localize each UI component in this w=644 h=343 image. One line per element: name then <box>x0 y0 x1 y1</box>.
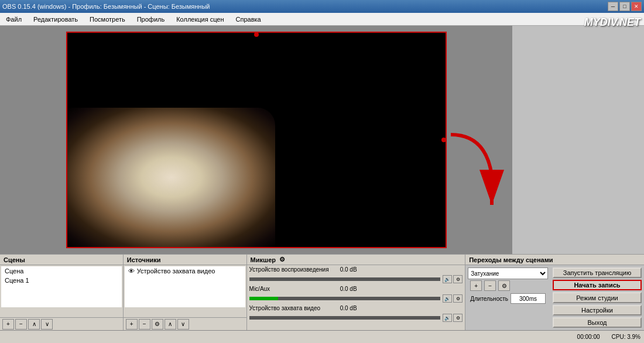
transitions-panel: Переходы между сценами Затухание + − ⚙ <box>465 255 644 330</box>
mixer-mute-1[interactable]: 🔊 <box>443 294 452 303</box>
source-label-0: Устройство захвата видео <box>137 267 215 275</box>
mixer-mute-2[interactable]: 🔊 <box>443 314 452 322</box>
main-content <box>0 26 644 254</box>
title-bar: OBS 0.15.4 (windows) - Профиль: Безымянн… <box>0 0 644 13</box>
menu-file[interactable]: Файл <box>2 15 25 24</box>
transitions-remove-button[interactable]: − <box>484 280 496 291</box>
mixer-controls-0: 🔊 ⚙ <box>443 275 463 283</box>
menu-help[interactable]: Справка <box>232 15 265 24</box>
mixer-track-1: Mic/Aux 0.0 dB <box>247 284 465 293</box>
menu-bar: Файл Редактировать Посмотреть Профиль Ко… <box>0 13 644 26</box>
mixer-mute-0[interactable]: 🔊 <box>443 275 452 283</box>
right-panel <box>512 26 644 254</box>
scenes-list: Сцена Сцена 1 <box>1 266 122 307</box>
mixer-label-1: Mic/Aux <box>249 286 331 292</box>
mixer-controls-2: 🔊 ⚙ <box>443 314 463 322</box>
scenes-add-button[interactable]: + <box>2 319 14 330</box>
preview-area <box>0 26 512 254</box>
scenes-panel-title: Сцены <box>4 256 25 263</box>
status-time: 00:00:00 <box>577 334 600 340</box>
sources-down-button[interactable]: ∨ <box>177 319 189 330</box>
mixer-db-2: 0.0 dB <box>334 305 357 311</box>
mixer-fill-1 <box>249 297 278 300</box>
preview-canvas <box>66 32 447 248</box>
preview-handle-top[interactable] <box>254 32 259 37</box>
minimize-button[interactable]: ─ <box>608 2 618 11</box>
mixer-db-1: 0.0 dB <box>334 286 357 292</box>
mixer-track-0: Устройство воспроизведения 0.0 dB <box>247 265 465 274</box>
sources-up-button[interactable]: ∧ <box>165 319 176 330</box>
exit-button[interactable]: Выход <box>553 317 642 328</box>
duration-label: Длительность <box>470 296 508 302</box>
transitions-controls: Затухание + − ⚙ Длительность <box>465 265 550 330</box>
scenes-toolbar: + − ∧ ∨ <box>0 317 123 330</box>
mixer-panel-content: Устройство воспроизведения 0.0 dB 🔊 ⚙ Mi… <box>247 265 465 330</box>
transitions-panel-title: Переходы между сценами <box>469 256 553 263</box>
action-buttons-area: Запустить трансляцию Начать запись Режим… <box>550 265 644 330</box>
menu-scene-collection[interactable]: Коллекция сцен <box>173 15 227 24</box>
sources-list: 👁 Устройство захвата видео <box>125 266 245 307</box>
title-bar-controls: ─ □ ✕ <box>608 2 642 11</box>
mixer-label-2: Устройство захвата видео <box>249 305 331 311</box>
mixer-gear-2[interactable]: ⚙ <box>453 314 463 322</box>
transitions-config-button[interactable]: ⚙ <box>498 280 510 291</box>
sources-add-button[interactable]: + <box>126 319 138 330</box>
status-bar: 00:00:00 CPU: 3.9% <box>0 330 644 343</box>
preview-handle-right[interactable] <box>441 138 446 142</box>
transitions-add-row: + − ⚙ <box>468 279 548 292</box>
sources-remove-button[interactable]: − <box>139 319 150 330</box>
close-button[interactable]: ✕ <box>631 2 642 11</box>
start-stream-button[interactable]: Запустить трансляцию <box>553 267 642 278</box>
mixer-track-2-bar: 🔊 ⚙ <box>247 313 465 323</box>
source-eye-icon: 👁 <box>128 267 135 275</box>
sources-settings-button[interactable]: ⚙ <box>152 319 163 330</box>
scenes-panel: Сцены Сцена Сцена 1 + − ∧ ∨ <box>0 255 124 330</box>
scenes-remove-button[interactable]: − <box>15 319 27 330</box>
scene-item-0[interactable]: Сцена <box>1 266 122 276</box>
mixer-panel-title: Микшер <box>251 256 276 263</box>
scenes-panel-header: Сцены <box>0 255 123 265</box>
mixer-track-2: Устройство захвата видео 0.0 dB <box>247 304 465 313</box>
sources-panel-header: Источники <box>124 255 246 265</box>
menu-view[interactable]: Посмотреть <box>86 15 129 24</box>
bottom-section: Сцены Сцена Сцена 1 + − ∧ ∨ Источники <box>0 254 644 330</box>
maximize-button[interactable]: □ <box>619 2 630 11</box>
menu-edit[interactable]: Редактировать <box>30 15 81 24</box>
settings-button[interactable]: Настройки <box>553 305 642 315</box>
mixer-gear-1[interactable]: ⚙ <box>453 294 463 303</box>
scenes-down-button[interactable]: ∨ <box>41 319 53 330</box>
sources-panel-title: Источники <box>127 256 161 263</box>
mixer-bar-1 <box>249 297 441 300</box>
mixer-gear-0[interactable]: ⚙ <box>453 275 463 283</box>
start-record-button[interactable]: Начать запись <box>553 280 642 290</box>
duration-row: Длительность <box>468 292 548 305</box>
mixer-track-1-bar: 🔊 ⚙ <box>247 293 465 304</box>
scenes-up-button[interactable]: ∧ <box>28 319 40 330</box>
duration-input[interactable] <box>511 293 546 304</box>
mixer-label-0: Устройство воспроизведения <box>249 266 331 273</box>
sources-toolbar: + − ⚙ ∧ ∨ <box>124 317 246 330</box>
transitions-add-button[interactable]: + <box>470 280 482 291</box>
menu-profile[interactable]: Профиль <box>133 15 169 24</box>
mixer-bar-0 <box>249 277 441 281</box>
sources-panel-content: 👁 Устройство захвата видео <box>124 265 246 317</box>
status-cpu: CPU: 3.9% <box>612 334 640 340</box>
transitions-select[interactable]: Затухание <box>468 267 548 279</box>
mixer-settings-icon[interactable]: ⚙ <box>279 256 285 263</box>
sources-panel: Источники 👁 Устройство захвата видео + −… <box>124 255 247 330</box>
transitions-select-row: Затухание <box>468 267 548 279</box>
mixer-controls-1: 🔊 ⚙ <box>443 294 463 303</box>
scene-item-1[interactable]: Сцена 1 <box>1 276 122 285</box>
transitions-panel-header: Переходы между сценами <box>465 255 644 265</box>
source-item-0[interactable]: 👁 Устройство захвата видео <box>125 266 245 276</box>
mixer-db-0: 0.0 dB <box>334 266 357 273</box>
studio-mode-button[interactable]: Режим студии <box>553 292 642 303</box>
panels-row: Сцены Сцена Сцена 1 + − ∧ ∨ Источники <box>0 255 644 330</box>
preview-video <box>67 108 275 247</box>
mixer-bar-2 <box>249 316 441 320</box>
mixer-track-0-bar: 🔊 ⚙ <box>247 274 465 284</box>
scenes-panel-content: Сцена Сцена 1 <box>0 265 123 317</box>
mixer-panel-header: Микшер ⚙ <box>247 255 465 265</box>
title-bar-title: OBS 0.15.4 (windows) - Профиль: Безымянн… <box>2 3 210 10</box>
mixer-panel: Микшер ⚙ Устройство воспроизведения 0.0 … <box>247 255 466 330</box>
